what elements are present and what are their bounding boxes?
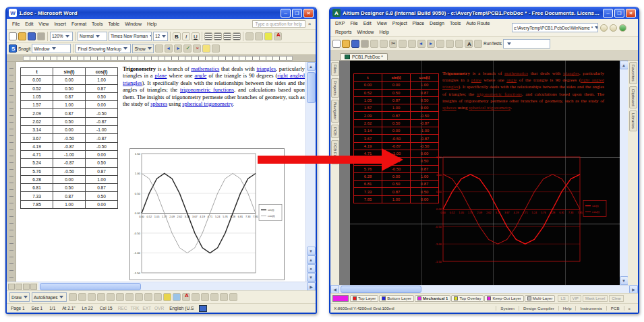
menu-item[interactable]: Help bbox=[376, 29, 391, 35]
panel-tab[interactable]: PCB bbox=[331, 125, 339, 138]
borders-icon[interactable] bbox=[255, 32, 263, 40]
diagram-icon[interactable] bbox=[135, 293, 143, 301]
panel-tab[interactable]: Navigator bbox=[331, 100, 339, 123]
layer-tab[interactable]: Keep-Out Layer bbox=[484, 295, 523, 302]
scroll-up-icon[interactable]: ▲ bbox=[620, 61, 628, 69]
print-preview-icon[interactable] bbox=[361, 40, 369, 48]
scroll-thumb[interactable] bbox=[341, 286, 421, 293]
layer-tab[interactable]: Multi-Layer bbox=[525, 295, 556, 302]
panel-tab[interactable]: Clipboard bbox=[629, 86, 637, 109]
numbering-icon[interactable] bbox=[245, 32, 254, 40]
dash-style-icon[interactable] bbox=[201, 293, 209, 301]
menu-item[interactable]: Tools bbox=[89, 21, 105, 27]
word-page[interactable]: tsin(t)cos(t)0.000.001.000.520.500.871.0… bbox=[16, 62, 305, 282]
align-right-icon[interactable] bbox=[223, 32, 231, 40]
underline-button[interactable]: U bbox=[192, 32, 200, 40]
document-tab[interactable]: PCB1.PcbDoc * bbox=[340, 53, 388, 60]
zoom-in-icon[interactable] bbox=[370, 40, 378, 48]
panel-tab[interactable]: Projects bbox=[331, 78, 339, 98]
mask-button[interactable]: Mask Level bbox=[583, 295, 608, 302]
word-horizontal-scrollbar[interactable] bbox=[38, 282, 307, 290]
menu-item[interactable]: Tools bbox=[447, 20, 463, 26]
hyperlink[interactable]: plane bbox=[154, 73, 167, 79]
menu-item[interactable]: View bbox=[36, 21, 51, 27]
place-line-icon[interactable] bbox=[436, 40, 444, 48]
hyperlink[interactable]: angle bbox=[194, 73, 206, 79]
browse-object-icon[interactable]: ● bbox=[307, 264, 316, 273]
word-titlebar[interactable]: 1.doc - Microsoft Word bbox=[7, 7, 316, 19]
panel-tab[interactable]: Files bbox=[331, 62, 339, 76]
forward-icon[interactable] bbox=[610, 24, 617, 32]
word-data-table[interactable]: tsin(t)cos(t)0.000.001.000.520.500.871.0… bbox=[20, 67, 118, 209]
close-document-icon[interactable] bbox=[306, 21, 313, 27]
hyperlink[interactable]: trigonometric functions bbox=[477, 92, 522, 96]
up-icon[interactable] bbox=[619, 24, 626, 32]
wordart-icon[interactable] bbox=[125, 293, 134, 301]
normal-view-icon[interactable] bbox=[8, 284, 15, 290]
justify-icon[interactable] bbox=[233, 32, 241, 40]
line-style-icon[interactable] bbox=[192, 293, 200, 301]
layer-tab[interactable]: Bottom Layer bbox=[379, 295, 414, 302]
reject-change-icon[interactable] bbox=[193, 44, 201, 53]
menu-item[interactable]: Help bbox=[144, 21, 159, 27]
new-document-icon[interactable] bbox=[9, 32, 17, 40]
menu-item[interactable]: Design bbox=[427, 20, 447, 26]
hyperlink[interactable]: spherical trigonometry bbox=[469, 105, 510, 110]
place-string-icon[interactable] bbox=[465, 40, 473, 48]
italic-button[interactable]: I bbox=[182, 32, 190, 40]
new-icon[interactable] bbox=[332, 40, 341, 48]
hyperlink[interactable]: triangles bbox=[563, 71, 579, 75]
picture-icon[interactable] bbox=[154, 293, 162, 301]
place-via-icon[interactable] bbox=[455, 40, 463, 48]
menu-item[interactable]: Edit bbox=[361, 20, 374, 26]
scroll-up-icon[interactable]: ▲ bbox=[307, 62, 316, 71]
textbox-icon[interactable] bbox=[116, 293, 124, 301]
back-icon[interactable] bbox=[600, 24, 608, 32]
menu-item[interactable]: Insert bbox=[51, 21, 69, 27]
run-tests-button[interactable]: RunTests bbox=[484, 41, 502, 46]
arrow-icon[interactable] bbox=[88, 293, 96, 301]
open-icon[interactable] bbox=[342, 40, 350, 48]
panel-button[interactable]: PCB bbox=[606, 306, 624, 311]
menu-item[interactable]: Auto Route bbox=[463, 20, 492, 26]
panel-tab[interactable]: Libraries bbox=[629, 110, 637, 131]
horizontal-ruler[interactable] bbox=[7, 55, 316, 62]
panel-button[interactable]: Design Compiler bbox=[519, 306, 558, 311]
reviewing-pane-icon[interactable] bbox=[212, 44, 220, 53]
select-pointer-icon[interactable] bbox=[69, 293, 77, 301]
comment-icon[interactable] bbox=[202, 44, 210, 53]
line-color-icon[interactable] bbox=[173, 293, 181, 301]
web-layout-icon[interactable] bbox=[16, 284, 22, 290]
scroll-thumb[interactable] bbox=[40, 283, 141, 290]
restore-button[interactable] bbox=[614, 9, 624, 18]
snagit-window-combo[interactable]: Window bbox=[32, 44, 71, 53]
altium-horizontal-scrollbar[interactable]: ◀ ▶ bbox=[330, 285, 638, 293]
snagit-icon[interactable] bbox=[9, 44, 17, 53]
panel-button[interactable]: » bbox=[624, 306, 635, 311]
accept-change-icon[interactable] bbox=[183, 44, 192, 53]
hyperlink[interactable]: mathematics bbox=[191, 66, 219, 72]
align-center-icon[interactable] bbox=[214, 32, 222, 40]
font-color-icon[interactable] bbox=[182, 293, 190, 301]
menu-item[interactable]: Window bbox=[355, 29, 377, 35]
altium-titlebar[interactable]: Altium Designer 6.8 (Internal Build 9050… bbox=[330, 7, 638, 19]
vertical-ruler[interactable] bbox=[7, 62, 16, 282]
minimize-button[interactable] bbox=[603, 9, 613, 18]
prev-page-icon[interactable]: ▲ bbox=[307, 255, 316, 264]
snagit-label[interactable]: Snagit bbox=[18, 46, 30, 51]
track-changes-icon[interactable] bbox=[155, 44, 163, 53]
hyperlink[interactable]: triangles bbox=[256, 66, 276, 72]
copy-icon[interactable] bbox=[399, 40, 407, 48]
clipart-icon[interactable] bbox=[144, 293, 152, 301]
prev-change-icon[interactable] bbox=[165, 44, 173, 53]
menu-item[interactable]: Reports bbox=[332, 29, 355, 35]
paste-icon[interactable] bbox=[408, 40, 416, 48]
hyperlink[interactable]: spheres bbox=[150, 101, 167, 107]
oval-icon[interactable] bbox=[107, 293, 115, 301]
mask-button[interactable]: Clear bbox=[609, 295, 624, 302]
minimize-button[interactable] bbox=[281, 9, 291, 18]
menu-item[interactable]: File bbox=[347, 20, 360, 26]
hyperlink[interactable]: trigonometric functions bbox=[180, 87, 234, 93]
menu-item[interactable]: View bbox=[374, 20, 390, 26]
close-button[interactable] bbox=[626, 9, 636, 18]
